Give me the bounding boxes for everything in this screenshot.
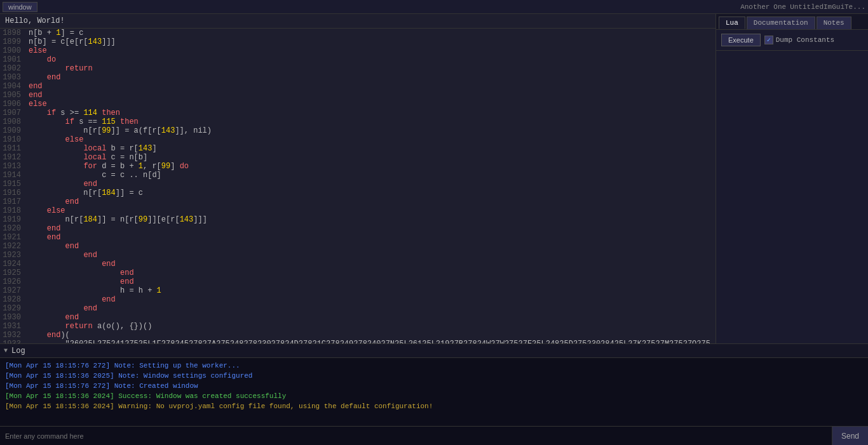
table-row: 1932 end)( (0, 331, 715, 340)
line-number: 1926 (0, 277, 26, 286)
line-number: 1901 (0, 55, 26, 64)
line-content: end (26, 82, 715, 91)
line-number: 1906 (0, 100, 26, 109)
line-number: 1907 (0, 109, 26, 117)
table-row: 1923 end (0, 251, 715, 260)
line-content: return a(o(), {})() (26, 322, 715, 331)
line-number: 1899 (0, 37, 26, 46)
line-content: end)( (26, 331, 715, 340)
table-row: 1918 else (0, 206, 715, 215)
table-row: 1917 end (0, 197, 715, 206)
table-row: 1913 for d = b + 1, r[99] do (0, 162, 715, 171)
line-number: 1920 (0, 224, 26, 233)
log-header: ▼ Log (0, 344, 868, 358)
dump-constants-checkbox[interactable]: ✓ (764, 36, 773, 44)
tab-lua[interactable]: Lua (719, 17, 745, 29)
line-content: for d = b + 1, r[99] do (26, 162, 715, 171)
line-content: end (26, 304, 715, 313)
main-area: Hello, World! 1898n[b + 1] = c1899n[b] =… (0, 14, 868, 343)
line-content: else (26, 100, 715, 109)
line-number: 1908 (0, 117, 26, 126)
line-content: else (26, 46, 715, 55)
line-content: end (26, 180, 715, 189)
line-number: 1915 (0, 180, 26, 189)
line-content: end (26, 233, 715, 242)
line-number: 1921 (0, 233, 26, 242)
line-content: end (26, 224, 715, 233)
table-row: 1922 end (0, 242, 715, 251)
hello-world-bar: Hello, World! (0, 14, 715, 29)
another-label: Another (740, 3, 770, 11)
line-content: end (26, 251, 715, 260)
table-row: 1902 return (0, 64, 715, 73)
table-row: 1933 "26025L27524127525L1F27824527827A27… (0, 340, 715, 343)
line-number: 1909 (0, 126, 26, 135)
line-content: end (26, 242, 715, 251)
line-number: 1927 (0, 286, 26, 295)
line-content: do (26, 55, 715, 64)
table-row: 1925 end (0, 269, 715, 277)
table-row: 1916 n[r[184]] = c (0, 189, 715, 197)
dump-constants-label: Dump Constants (776, 36, 834, 44)
line-number: 1922 (0, 242, 26, 251)
line-number: 1913 (0, 162, 26, 171)
top-bar: window Another One UntitledImGuiTe... (0, 0, 868, 14)
table-row: 1905end (0, 91, 715, 100)
log-line: [Mon Apr 15 18:15:36 2024] Success: Wind… (5, 391, 863, 401)
line-content: local c = n[b] (26, 153, 715, 162)
log-title: Log (11, 347, 25, 355)
log-line: [Mon Apr 15 18:15:76 272] Note: Setting … (5, 361, 863, 371)
line-content: local b = r[143] (26, 144, 715, 153)
line-content: h = h + 1 (26, 286, 715, 295)
table-row: 1915 end (0, 180, 715, 189)
log-line: [Mon Apr 15 18:15:36 2024] Warning: No u… (5, 401, 863, 411)
tab-notes[interactable]: Notes (817, 17, 851, 29)
send-button[interactable]: Send (832, 427, 868, 445)
code-table: 1898n[b + 1] = c1899n[b] = c[e[r[143]]]1… (0, 29, 715, 343)
code-area[interactable]: 1898n[b + 1] = c1899n[b] = c[e[r[143]]]1… (0, 29, 715, 343)
line-number: 1914 (0, 171, 26, 180)
code-panel: Hello, World! 1898n[b + 1] = c1899n[b] =… (0, 14, 715, 343)
line-content: end (26, 277, 715, 286)
right-controls: Execute ✓ Dump Constants (716, 30, 868, 51)
line-number: 1905 (0, 91, 26, 100)
line-number: 1923 (0, 251, 26, 260)
table-row: 1903 end (0, 73, 715, 82)
table-row: 1908 if s == 115 then (0, 117, 715, 126)
line-content: end (26, 260, 715, 269)
line-number: 1925 (0, 269, 26, 277)
line-number: 1911 (0, 144, 26, 153)
tab-documentation[interactable]: Documentation (747, 17, 815, 29)
table-row: 1899n[b] = c[e[r[143]]] (0, 37, 715, 46)
line-content: n[r[99]] = a(f[r[143]], nil) (26, 126, 715, 135)
table-row: 1930 end (0, 313, 715, 322)
line-number: 1930 (0, 313, 26, 322)
untitled-label: UntitledImGuiTe... (790, 3, 865, 11)
table-row: 1927 h = h + 1 (0, 286, 715, 295)
window-button[interactable]: window (3, 2, 37, 12)
line-number: 1924 (0, 260, 26, 269)
line-content: else (26, 206, 715, 215)
table-row: 1919 n[r[184]] = n[r[99]][e[r[143]]] (0, 215, 715, 224)
line-content: c = c .. n[d] (26, 171, 715, 180)
line-content: return (26, 64, 715, 73)
log-content[interactable]: [Mon Apr 15 18:15:76 272] Note: Setting … (0, 358, 868, 426)
log-input[interactable] (0, 427, 832, 445)
line-number: 1902 (0, 64, 26, 73)
right-panel: Lua Documentation Notes Execute ✓ Dump C… (715, 14, 868, 343)
log-line: [Mon Apr 15 18:15:36 2025] Note: Window … (5, 371, 863, 381)
line-content: end (26, 197, 715, 206)
line-number: 1918 (0, 206, 26, 215)
table-row: 1907 if s >= 114 then (0, 109, 715, 117)
table-row: 1924 end (0, 260, 715, 269)
line-number: 1916 (0, 189, 26, 197)
line-number: 1900 (0, 46, 26, 55)
table-row: 1921 end (0, 233, 715, 242)
line-content: else (26, 135, 715, 144)
execute-button[interactable]: Execute (721, 34, 761, 46)
table-row: 1909 n[r[99]] = a(f[r[143]], nil) (0, 126, 715, 135)
line-number: 1898 (0, 29, 26, 37)
log-toggle[interactable]: ▼ (4, 347, 8, 354)
table-row: 1912 local c = n[b] (0, 153, 715, 162)
log-input-row: Send (0, 426, 868, 445)
